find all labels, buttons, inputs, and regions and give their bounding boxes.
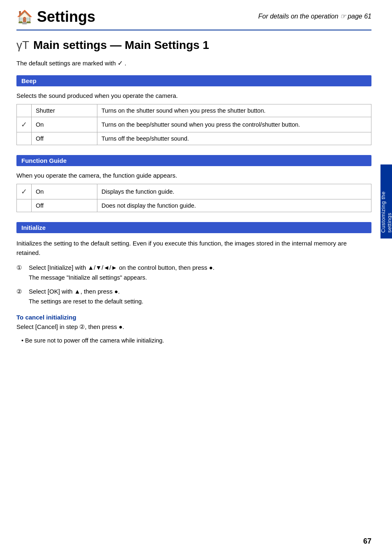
- beep-label: Beep: [21, 77, 37, 84]
- table-row: Off Does not display the function guide.: [17, 199, 371, 212]
- main-section-icon: γT: [16, 39, 29, 52]
- beep-table: Shutter Turns on the shutter sound when …: [16, 104, 371, 145]
- beep-off-desc: Turns off the beep/shutter sound.: [97, 132, 371, 145]
- init-description: Initializes the setting to the default s…: [16, 239, 371, 257]
- main-section-title: Main settings — Main Settings 1: [33, 39, 209, 52]
- page-header: 🏠 Settings For details on the operation …: [16, 8, 371, 30]
- beep-off-check: [17, 132, 32, 145]
- beep-off-label: Off: [32, 132, 97, 145]
- beep-on-check: ✓: [17, 117, 32, 132]
- beep-shutter-label: Shutter: [32, 104, 97, 117]
- function-guide-table: ✓ On Displays the function guide. Off Do…: [16, 184, 371, 212]
- page-number: 67: [363, 537, 371, 546]
- init-note: • Be sure not to power off the camera wh…: [21, 337, 371, 344]
- default-check-symbol: ✓: [118, 60, 123, 67]
- section-header: γT Main settings — Main Settings 1: [16, 39, 371, 52]
- beep-bar: Beep: [16, 75, 371, 86]
- cancel-text: Select [Cancel] in step ②, then press ●.: [16, 323, 371, 331]
- function-guide-description: When you operate the camera, the functio…: [16, 172, 371, 179]
- fg-on-check: ✓: [17, 184, 32, 199]
- beep-description: Selects the sound produced when you oper…: [16, 92, 371, 99]
- step-1-content: Select [Initialize] with ▲/▼/◄/► on the …: [29, 263, 371, 282]
- operation-ref: For details on the operation ☞ page 61: [258, 8, 371, 20]
- step-2-subtext: The settings are reset to the default se…: [29, 297, 371, 306]
- fg-on-desc: Displays the function guide.: [97, 184, 371, 199]
- beep-shutter-check: [17, 104, 32, 117]
- cancel-title: To cancel initializing: [16, 314, 371, 321]
- table-row: ✓ On Displays the function guide.: [17, 184, 371, 199]
- function-guide-label: Function Guide: [21, 157, 67, 164]
- init-step-1: ① Select [Initialize] with ▲/▼/◄/► on th…: [16, 263, 371, 282]
- fg-off-check: [17, 199, 32, 212]
- fg-off-desc: Does not display the function guide.: [97, 199, 371, 212]
- initialize-bar: Initialize: [16, 222, 371, 233]
- step-1-num: ①: [16, 263, 25, 273]
- initialize-label: Initialize: [21, 224, 46, 231]
- fg-off-label: Off: [32, 199, 97, 212]
- page-wrapper: 🏠 Settings For details on the operation …: [0, 0, 392, 558]
- beep-shutter-desc: Turns on the shutter sound when you pres…: [97, 104, 371, 117]
- settings-title: Settings: [37, 8, 95, 25]
- table-row: Shutter Turns on the shutter sound when …: [17, 104, 371, 117]
- default-note-prefix: The default settings are marked with: [16, 60, 116, 67]
- beep-on-label: On: [32, 117, 97, 132]
- step-1-subtext: The message "Initialize all settings" ap…: [29, 273, 371, 282]
- settings-icon: 🏠: [16, 9, 33, 25]
- table-row: Off Turns off the beep/shutter sound.: [17, 132, 371, 145]
- step-2-num: ②: [16, 287, 25, 296]
- default-note: The default settings are marked with ✓ .: [16, 59, 371, 67]
- initialize-section: Initializes the setting to the default s…: [16, 239, 371, 344]
- function-guide-bar: Function Guide: [16, 155, 371, 166]
- init-steps: ① Select [Initialize] with ▲/▼/◄/► on th…: [16, 263, 371, 306]
- init-step-2: ② Select [OK] with ▲, then press ●. The …: [16, 287, 371, 306]
- page-title-block: 🏠 Settings: [16, 8, 95, 25]
- sidebar-tab: Customizing the settings: [380, 164, 392, 238]
- beep-on-desc: Turns on the beep/shutter sound when you…: [97, 117, 371, 132]
- step-2-content: Select [OK] with ▲, then press ●. The se…: [29, 287, 371, 306]
- table-row: ✓ On Turns on the beep/shutter sound whe…: [17, 117, 371, 132]
- fg-on-label: On: [32, 184, 97, 199]
